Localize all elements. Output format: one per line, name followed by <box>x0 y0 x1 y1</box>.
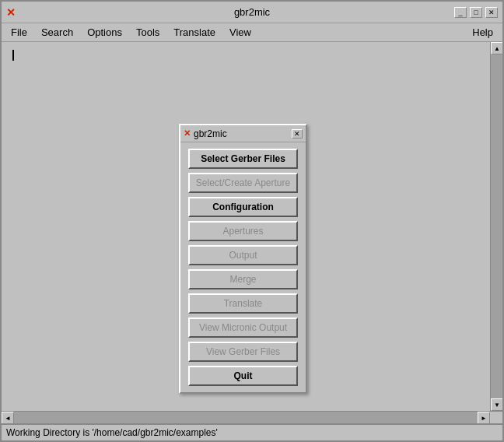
scrollbar-bottom: ◄ ► <box>2 411 502 423</box>
minimize-button[interactable]: _ <box>454 7 467 18</box>
menu-items: File Search Options Tools Translate View <box>5 25 257 40</box>
menu-view[interactable]: View <box>223 25 257 40</box>
title-bar-left: ✕ <box>6 6 16 19</box>
title-bar: ✕ gbr2mic _ □ ✕ <box>2 2 502 23</box>
scrollbar-corner <box>490 412 502 424</box>
maximize-button[interactable]: □ <box>470 7 482 18</box>
menu-options[interactable]: Options <box>81 25 128 40</box>
dialog-icon: ✕ <box>184 128 191 139</box>
menu-bar: File Search Options Tools Translate View… <box>2 23 502 42</box>
title-bar-controls: _ □ ✕ <box>454 7 498 18</box>
apertures-button[interactable]: Apertures <box>188 221 298 241</box>
scrollbar-track-bottom[interactable] <box>14 412 478 423</box>
status-text: Working Directory is '/home/cad/gbr2mic/… <box>6 427 218 438</box>
dialog-title-text: gbr2mic <box>194 128 227 139</box>
quit-button[interactable]: Quit <box>188 366 298 386</box>
menu-search[interactable]: Search <box>35 25 79 40</box>
menu-help[interactable]: Help <box>466 25 499 40</box>
configuration-button[interactable]: Configuration <box>188 197 298 217</box>
close-button[interactable]: ✕ <box>485 7 498 18</box>
merge-button[interactable]: Merge <box>188 269 298 289</box>
select-aperture-button[interactable]: Select/Create Aperture <box>188 173 298 193</box>
scrollbar-right: ▲ ▼ <box>490 42 502 411</box>
menu-file[interactable]: File <box>5 25 33 40</box>
translate-button[interactable]: Translate <box>188 293 298 314</box>
view-micronic-button[interactable]: View Micronic Output <box>188 317 298 338</box>
view-gerber-button[interactable]: View Gerber Files <box>188 342 298 362</box>
dialog-title-left: ✕ gbr2mic <box>184 128 227 139</box>
dialog-body: Select Gerber Files Select/Create Apertu… <box>180 142 306 392</box>
main-area: ▲ ▼ ✕ gbr2mic ✕ Select Gerber Files Sele… <box>2 42 502 411</box>
output-button[interactable]: Output <box>188 245 298 265</box>
dialog-title-bar: ✕ gbr2mic ✕ <box>180 125 306 142</box>
window-title: gbr2mic <box>234 6 270 18</box>
scroll-left-button[interactable]: ◄ <box>2 412 14 424</box>
app-icon: ✕ <box>6 6 16 19</box>
select-gerber-button[interactable]: Select Gerber Files <box>188 149 298 169</box>
scroll-up-button[interactable]: ▲ <box>491 42 502 54</box>
dialog: ✕ gbr2mic ✕ Select Gerber Files Select/C… <box>179 124 307 394</box>
dialog-close-button[interactable]: ✕ <box>292 129 303 139</box>
status-bar: Working Directory is '/home/cad/gbr2mic/… <box>2 423 502 440</box>
scroll-right-button[interactable]: ► <box>478 412 490 424</box>
scrollbar-track-right[interactable] <box>491 54 502 398</box>
menu-tools[interactable]: Tools <box>130 25 166 40</box>
scroll-down-button[interactable]: ▼ <box>491 398 502 411</box>
menu-translate[interactable]: Translate <box>167 25 222 40</box>
text-cursor <box>12 50 14 61</box>
